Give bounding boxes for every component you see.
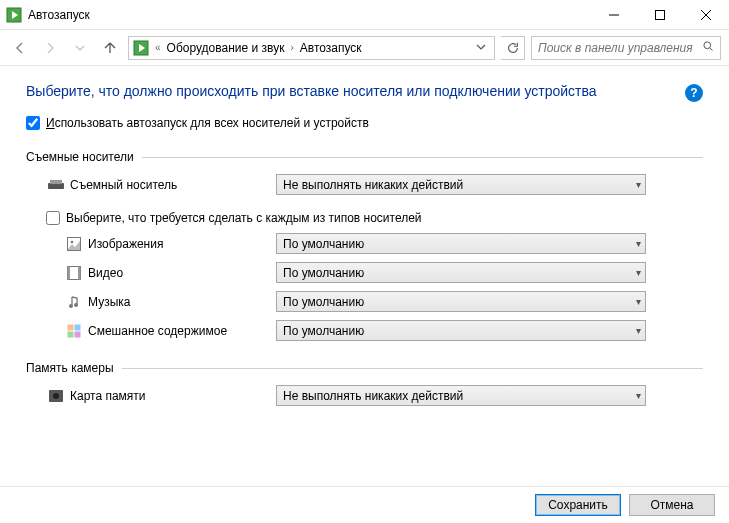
mixed-content-icon (64, 324, 84, 338)
music-icon (64, 295, 84, 309)
chevron-down-icon: ▾ (636, 390, 641, 401)
video-dropdown[interactable]: По умолчанию▾ (276, 262, 646, 283)
window-title: Автозапуск (28, 8, 591, 22)
divider (142, 157, 703, 158)
breadcrumb-dropdown-icon[interactable] (472, 41, 490, 55)
svg-point-8 (704, 42, 711, 49)
chevron-down-icon: ▾ (636, 325, 641, 336)
memory-card-value: Не выполнять никаких действий (283, 389, 463, 403)
save-button[interactable]: Сохранить (535, 494, 621, 516)
images-icon (64, 237, 84, 251)
chevron-right-icon: › (288, 42, 295, 53)
video-icon (64, 266, 84, 280)
window-controls (591, 0, 729, 30)
svg-point-17 (69, 304, 73, 308)
memory-card-label: Карта памяти (66, 389, 276, 403)
images-dropdown[interactable]: По умолчанию▾ (276, 233, 646, 254)
removable-drive-dropdown[interactable]: Не выполнять никаких действий ▾ (276, 174, 646, 195)
titlebar: Автозапуск (0, 0, 729, 30)
per-media-type-input[interactable] (46, 211, 60, 225)
removable-drive-value: Не выполнять никаких действий (283, 178, 463, 192)
navbar: « Оборудование и звук › Автозапуск (0, 30, 729, 66)
search-icon (702, 40, 714, 55)
mixed-content-label: Смешанное содержимое (84, 324, 276, 338)
global-autoplay-checkbox[interactable]: Использовать автозапуск для всех носител… (26, 116, 703, 130)
breadcrumb-sep-icon: « (153, 42, 163, 53)
video-value: По умолчанию (283, 266, 364, 280)
recent-locations-button[interactable] (68, 36, 92, 60)
autoplay-small-icon (133, 40, 149, 56)
up-button[interactable] (98, 36, 122, 60)
svg-rect-16 (78, 266, 81, 279)
page-heading: Выберите, что должно происходить при вст… (26, 82, 597, 101)
music-label: Музыка (84, 295, 276, 309)
section-camera-title: Память камеры (26, 361, 114, 375)
section-removable-title: Съемные носители (26, 150, 134, 164)
chevron-down-icon: ▾ (636, 267, 641, 278)
svg-rect-19 (68, 324, 74, 330)
removable-drive-label: Съемный носитель (66, 178, 276, 192)
svg-point-13 (71, 240, 74, 243)
per-media-type-label: Выберите, что требуется сделать с каждым… (66, 211, 422, 225)
svg-rect-22 (75, 331, 81, 337)
search-box[interactable] (531, 36, 721, 60)
mixed-content-dropdown[interactable]: По умолчанию▾ (276, 320, 646, 341)
chevron-down-icon: ▾ (636, 238, 641, 249)
per-media-type-checkbox[interactable]: Выберите, что требуется сделать с каждым… (26, 211, 703, 225)
images-value: По умолчанию (283, 237, 364, 251)
cancel-button[interactable]: Отмена (629, 494, 715, 516)
svg-rect-11 (50, 180, 62, 184)
maximize-button[interactable] (637, 0, 683, 30)
minimize-button[interactable] (591, 0, 637, 30)
video-label: Видео (84, 266, 276, 280)
content-area: Выберите, что должно происходить при вст… (0, 66, 729, 486)
forward-button[interactable] (38, 36, 62, 60)
breadcrumb-item-hardware[interactable]: Оборудование и звук (167, 41, 285, 55)
global-autoplay-input[interactable] (26, 116, 40, 130)
breadcrumb-item-autoplay[interactable]: Автозапуск (300, 41, 362, 55)
autoplay-icon (6, 7, 22, 23)
bottom-bar: Сохранить Отмена (0, 486, 729, 522)
removable-drive-icon (46, 179, 66, 191)
music-dropdown[interactable]: По умолчанию▾ (276, 291, 646, 312)
svg-line-9 (710, 48, 713, 51)
help-icon[interactable]: ? (685, 84, 703, 102)
divider (122, 368, 703, 369)
svg-rect-15 (68, 266, 71, 279)
memory-card-icon (46, 389, 66, 403)
svg-rect-21 (68, 331, 74, 337)
svg-rect-20 (75, 324, 81, 330)
global-autoplay-label: Использовать автозапуск для всех носител… (46, 116, 369, 130)
section-removable-media: Съемные носители Съемный носитель Не вып… (26, 150, 703, 341)
images-label: Изображения (84, 237, 276, 251)
music-value: По умолчанию (283, 295, 364, 309)
chevron-down-icon: ▾ (636, 296, 641, 307)
close-button[interactable] (683, 0, 729, 30)
back-button[interactable] (8, 36, 32, 60)
memory-card-dropdown[interactable]: Не выполнять никаких действий ▾ (276, 385, 646, 406)
svg-point-24 (53, 393, 59, 399)
svg-point-18 (74, 303, 78, 307)
chevron-down-icon: ▾ (636, 179, 641, 190)
refresh-button[interactable] (501, 36, 525, 60)
svg-rect-3 (656, 10, 665, 19)
search-input[interactable] (538, 41, 696, 55)
breadcrumb[interactable]: « Оборудование и звук › Автозапуск (128, 36, 495, 60)
section-camera-memory: Память камеры Карта памяти Не выполнять … (26, 361, 703, 406)
mixed-content-value: По умолчанию (283, 324, 364, 338)
